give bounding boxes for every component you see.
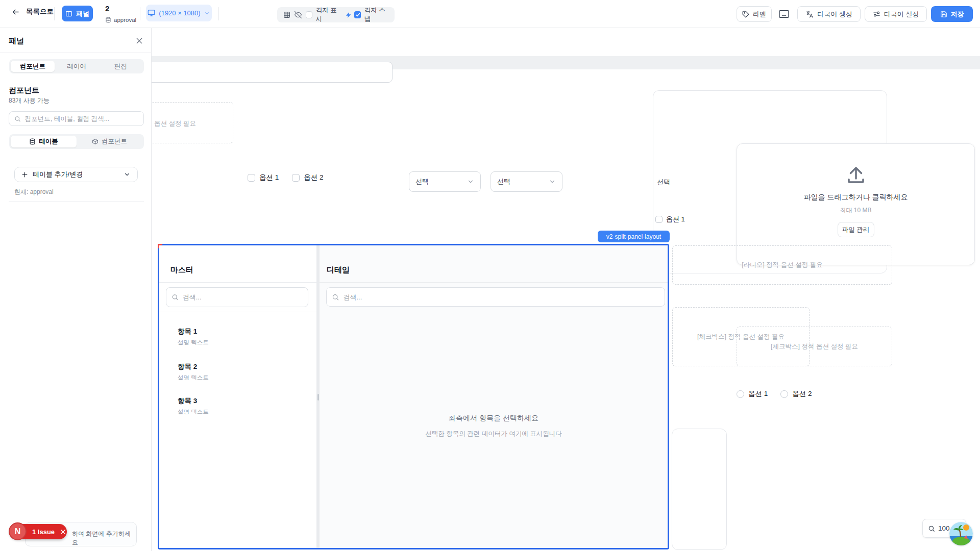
tab-edit[interactable]: 편집 — [99, 61, 142, 72]
master-search-input[interactable] — [166, 287, 308, 307]
add-table-label: 테이블 추가/변경 — [33, 170, 83, 179]
radio-placeholder-box[interactable]: [라디오] 정적 옵션 설정 필요 — [672, 245, 892, 285]
label-button[interactable]: 라벨 — [737, 6, 772, 22]
chevron-down-icon — [549, 178, 556, 185]
divider — [218, 7, 219, 20]
save-button[interactable]: 저장 — [931, 6, 973, 22]
detail-empty-state: 좌측에서 항목을 선택하세요 선택한 항목의 관련 데이터가 여기에 표시됩니다 — [320, 414, 668, 438]
eye-off-icon — [295, 11, 302, 19]
list-item[interactable]: 항목 3 설명 텍스트 — [178, 396, 209, 416]
close-icon[interactable] — [60, 529, 66, 535]
add-table-button[interactable]: 테이블 추가/변경 — [14, 167, 138, 182]
panel-icon — [65, 10, 72, 17]
divider — [0, 53, 152, 53]
toggle-table[interactable]: 테이블 — [11, 136, 77, 147]
toolbar: 목록으로 패널 2 approval (980 × 551) 격자 표시 — [0, 0, 980, 28]
database-icon — [105, 17, 111, 23]
close-icon[interactable] — [135, 37, 143, 45]
i18n-settings-label: 다국어 설정 — [884, 10, 919, 19]
tab-components[interactable]: 컴포넌트 — [11, 61, 55, 72]
keyboard-icon[interactable] — [779, 10, 789, 18]
radio-icon[interactable] — [780, 390, 788, 398]
card-select-label: 선택 — [657, 178, 670, 187]
cube-icon — [92, 138, 99, 145]
zoom-level: 100 — [938, 524, 950, 532]
split-panel-component[interactable]: 마스터 항목 1 설명 텍스트 항목 2 설명 텍스트 항목 3 설명 텍스트 — [158, 244, 669, 549]
panel-toggle-button[interactable]: 패널 — [62, 6, 93, 21]
divider — [159, 282, 316, 283]
canvas-text-input[interactable] — [148, 62, 393, 83]
source-toggle: 테이블 컴포넌트 — [9, 134, 144, 149]
list-item[interactable]: 항목 2 설명 텍스트 — [178, 362, 209, 382]
resolution-label: (980 × 551) — [159, 9, 200, 17]
item-desc: 설명 텍스트 — [178, 339, 209, 346]
resolution-selector[interactable]: (980 × 551) — [146, 5, 212, 21]
empty-title: 좌측에서 항목을 선택하세요 — [320, 414, 668, 423]
search-icon — [172, 293, 179, 301]
toggle-component-label: 컴포넌트 — [102, 137, 127, 146]
checkbox-placeholder-box-2[interactable]: [체크박스] 정적 옵션 설정 필요 — [737, 327, 892, 366]
detail-search-input[interactable] — [326, 287, 665, 307]
select-field[interactable]: 선택 — [491, 171, 562, 192]
checkbox-icon[interactable] — [655, 216, 663, 223]
island-widget[interactable] — [949, 522, 973, 545]
file-manage-button[interactable]: 파일 관리 — [838, 222, 874, 237]
island-icon — [949, 522, 973, 545]
grid-snap-checkbox[interactable] — [354, 11, 360, 18]
item-desc: 설명 텍스트 — [178, 374, 209, 382]
chevron-down-icon — [124, 171, 131, 178]
grid-show-checkbox[interactable] — [306, 11, 312, 18]
item-title: 항목 2 — [178, 362, 209, 371]
panel-button-label: 패널 — [76, 9, 89, 18]
plus-icon — [21, 171, 28, 178]
i18n-generate-label: 다국어 생성 — [817, 10, 852, 19]
table-badge: approval — [105, 17, 136, 23]
item-desc: 설명 텍스트 — [178, 408, 209, 416]
tab-layers[interactable]: 레이어 — [55, 61, 99, 72]
issue-logo-letter: N — [15, 527, 21, 536]
search-icon — [332, 293, 339, 301]
i18n-settings-button[interactable]: 다국어 설정 — [865, 6, 927, 22]
bottom-right-card[interactable] — [672, 429, 727, 550]
grid-show-label: 격자 표시 — [316, 6, 340, 23]
divider — [140, 7, 140, 20]
checkbox-label: 옵션 1 — [259, 173, 279, 182]
save-icon — [940, 11, 947, 18]
grid-icon — [283, 11, 290, 19]
detail-search-field[interactable] — [343, 293, 659, 301]
resize-handle[interactable] — [317, 394, 319, 400]
divider — [9, 202, 144, 202]
master-search-field[interactable] — [183, 293, 303, 301]
section-title: 컴포넌트 — [9, 86, 39, 95]
back-button[interactable]: 목록으로 — [11, 7, 54, 16]
panel-title: 패널 — [9, 36, 24, 46]
lightning-icon — [346, 12, 351, 18]
checkbox-icon[interactable] — [292, 174, 300, 182]
grid-snap-label: 격자 스냅 — [364, 6, 388, 23]
radio-field[interactable]: 옵션 1 옵션 2 — [737, 389, 812, 398]
split-detail-pane: 디테일 좌측에서 항목을 선택하세요 선택한 항목의 관련 데이터가 여기에 표… — [320, 245, 668, 548]
checkbox-label: 옵션 2 — [304, 173, 323, 182]
component-search-input[interactable] — [9, 111, 144, 126]
issue-count: 1 Issue — [32, 528, 55, 536]
arrow-left-icon — [11, 8, 20, 16]
list-item[interactable]: 항목 1 설명 텍스트 — [178, 327, 209, 346]
page-number: 2 — [105, 4, 109, 13]
select-field[interactable]: 선택 — [409, 171, 481, 192]
database-icon — [29, 138, 36, 145]
checkbox-icon[interactable] — [248, 174, 255, 182]
select-value: 선택 — [497, 177, 510, 186]
card-checkbox-field[interactable]: 옵션 1 — [655, 215, 685, 224]
upload-limit: 최대 10 MB — [840, 206, 871, 215]
check-icon — [355, 12, 360, 17]
toggle-component[interactable]: 컴포넌트 — [77, 136, 142, 147]
checkbox-field[interactable]: 옵션 1 옵션 2 — [248, 173, 324, 182]
component-search-field[interactable] — [25, 115, 138, 122]
divider — [159, 312, 316, 312]
split-master-pane: 마스터 항목 1 설명 텍스트 항목 2 설명 텍스트 항목 3 설명 텍스트 — [159, 245, 316, 548]
radio-label: 옵션 1 — [748, 389, 768, 398]
radio-icon[interactable] — [737, 390, 744, 398]
master-title: 마스터 — [170, 265, 193, 275]
i18n-generate-button[interactable]: 다국어 생성 — [797, 6, 861, 22]
tag-icon — [742, 11, 749, 18]
